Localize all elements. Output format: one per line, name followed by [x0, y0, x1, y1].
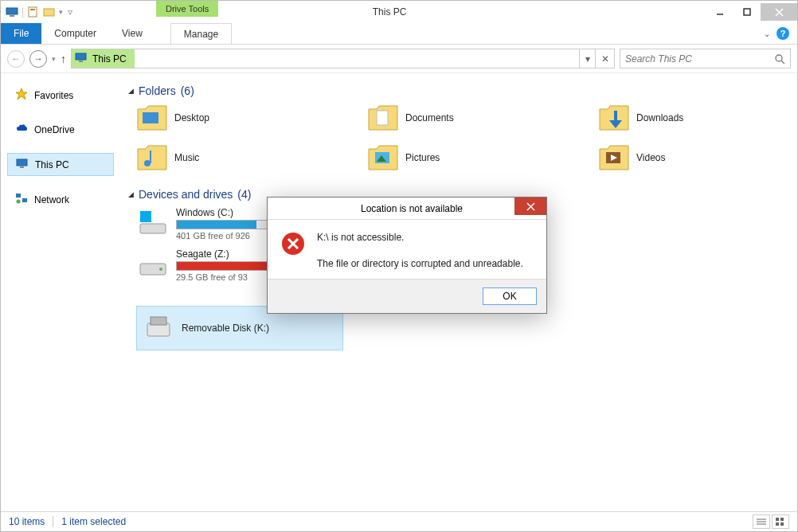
back-button[interactable]: ← — [7, 50, 25, 68]
svg-rect-15 — [20, 166, 24, 168]
breadcrumb-label: This PC — [92, 53, 127, 65]
svg-point-11 — [776, 55, 782, 61]
group-header-folders[interactable]: ◢ Folders (6) — [128, 84, 781, 97]
breadcrumb-pc-icon — [75, 51, 88, 66]
dialog-message-line2: The file or directory is corrupted and u… — [317, 257, 523, 271]
videos-folder-icon — [598, 143, 630, 172]
pc-icon — [16, 157, 29, 172]
svg-rect-22 — [377, 111, 388, 125]
sidebar-item-label: Network — [34, 194, 69, 205]
dialog-message-line1: K:\ is not accessible. — [317, 231, 523, 244]
folder-label: Music — [174, 152, 199, 163]
properties-icon[interactable] — [27, 6, 40, 18]
music-folder-icon — [136, 143, 168, 172]
nav-pane: Favorites OneDrive This PC Network — [1, 73, 120, 511]
dialog-ok-button[interactable]: OK — [483, 288, 537, 305]
svg-rect-1 — [10, 15, 14, 17]
folder-videos[interactable]: Videos — [598, 143, 781, 172]
sidebar-item-label: Favorites — [34, 90, 73, 101]
collapse-icon[interactable]: ◢ — [128, 87, 134, 95]
svg-rect-28 — [140, 224, 166, 233]
pictures-folder-icon — [367, 143, 399, 172]
view-icons-button[interactable] — [772, 514, 789, 529]
sidebar-item-thispc[interactable]: This PC — [7, 153, 114, 176]
folder-documents[interactable]: Documents — [367, 104, 550, 132]
qat-dropdown-icon[interactable]: ▾ — [59, 8, 63, 16]
status-item-count: 10 items — [9, 516, 45, 527]
new-folder-icon[interactable] — [43, 6, 56, 18]
documents-folder-icon — [367, 104, 399, 132]
close-button[interactable] — [761, 3, 797, 21]
svg-rect-2 — [29, 7, 37, 17]
ribbon-expand-icon[interactable]: ⌄ — [764, 29, 770, 38]
address-dropdown-icon[interactable]: ▾ — [579, 49, 595, 68]
svg-rect-21 — [150, 151, 151, 163]
folder-label: Documents — [405, 112, 454, 123]
svg-rect-10 — [79, 61, 83, 62]
cloud-icon — [15, 122, 28, 137]
tab-manage[interactable]: Manage — [170, 23, 232, 44]
desktop-folder-icon — [136, 104, 168, 132]
tab-file[interactable]: File — [1, 23, 41, 44]
removable-drive-icon — [142, 311, 175, 345]
drive-tools-contextual-tab: Drive Tools — [156, 1, 218, 17]
svg-rect-6 — [744, 9, 750, 15]
error-icon — [280, 231, 306, 256]
collapse-icon[interactable]: ◢ — [128, 190, 134, 198]
group-count: (4) — [237, 188, 251, 201]
folder-pictures[interactable]: Pictures — [367, 143, 550, 172]
folder-desktop[interactable]: Desktop — [136, 104, 319, 132]
svg-point-18 — [17, 200, 21, 204]
group-label: Folders — [139, 84, 176, 97]
address-clear-icon[interactable]: ✕ — [595, 49, 614, 68]
svg-rect-4 — [44, 9, 54, 16]
recent-dropdown-icon[interactable]: ▾ — [52, 55, 56, 63]
star-icon — [15, 88, 28, 103]
maximize-button[interactable] — [733, 3, 761, 21]
search-input[interactable] — [620, 53, 769, 65]
hdd-drive-icon — [136, 248, 170, 282]
svg-marker-13 — [16, 88, 27, 100]
folder-downloads[interactable]: Downloads — [598, 104, 781, 132]
downloads-folder-icon — [598, 104, 630, 132]
folder-label: Desktop — [174, 112, 209, 123]
svg-rect-37 — [776, 518, 779, 521]
help-icon[interactable]: ? — [776, 27, 789, 40]
folder-label: Videos — [636, 152, 665, 163]
svg-rect-0 — [6, 8, 18, 14]
svg-rect-14 — [17, 159, 27, 166]
sidebar-item-onedrive[interactable]: OneDrive — [7, 119, 114, 140]
sidebar-item-label: OneDrive — [34, 124, 75, 135]
tab-view[interactable]: View — [109, 23, 155, 44]
svg-rect-19 — [143, 112, 158, 123]
svg-line-12 — [781, 61, 784, 64]
up-button[interactable]: ↑ — [61, 53, 66, 65]
qat-sep: | — [22, 6, 24, 18]
svg-rect-33 — [151, 317, 166, 325]
group-label: Devices and drives — [139, 188, 233, 201]
svg-rect-3 — [30, 9, 35, 10]
svg-rect-40 — [780, 522, 784, 526]
svg-rect-17 — [22, 198, 27, 202]
folder-label: Downloads — [636, 112, 683, 123]
folder-label: Pictures — [405, 152, 440, 163]
folder-music[interactable]: Music — [136, 143, 319, 172]
dialog-title: Location is not available — [361, 203, 463, 214]
svg-point-31 — [159, 268, 162, 271]
dialog-close-button[interactable] — [514, 198, 546, 215]
svg-rect-16 — [16, 194, 21, 198]
svg-rect-9 — [76, 53, 86, 60]
tab-computer[interactable]: Computer — [41, 23, 109, 44]
view-details-button[interactable] — [753, 514, 770, 529]
forward-button[interactable]: → — [29, 50, 47, 68]
search-box[interactable] — [620, 49, 791, 68]
address-bar[interactable]: This PC ▾ ✕ — [71, 49, 615, 68]
sidebar-item-favorites[interactable]: Favorites — [7, 84, 114, 106]
search-icon[interactable] — [769, 53, 790, 65]
sidebar-item-network[interactable]: Network — [7, 189, 114, 210]
pc-icon — [6, 6, 18, 18]
sidebar-item-label: This PC — [35, 159, 69, 170]
svg-point-20 — [144, 160, 151, 166]
minimize-button[interactable] — [706, 3, 733, 21]
drive-label: Removable Disk (K:) — [182, 323, 269, 334]
